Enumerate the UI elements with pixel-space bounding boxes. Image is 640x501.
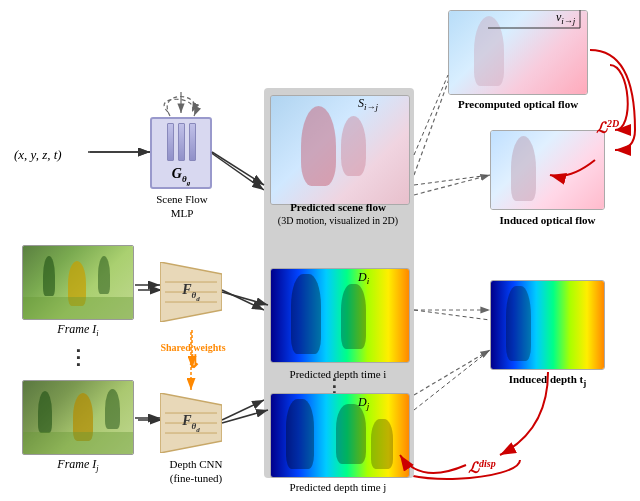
svg-line-29 xyxy=(414,310,490,320)
diagram-container: (x, y, z, t) Gθg Scene Flow MLP Si→j Pre… xyxy=(0,0,640,501)
frame-i-box xyxy=(22,245,134,320)
svg-line-27 xyxy=(414,75,448,155)
cnn-bot-box: Fθd xyxy=(160,393,222,453)
svg-line-9 xyxy=(222,400,264,420)
predicted-scene-flow-img xyxy=(270,95,410,205)
frame-ellipsis: ⋮ xyxy=(68,345,88,369)
scene-flow-mlp-label: Scene Flow MLP xyxy=(142,192,222,221)
svg-line-14 xyxy=(414,350,490,395)
svg-line-34 xyxy=(222,410,268,423)
svg-line-8 xyxy=(222,290,264,310)
cnn-top-box: Fθd xyxy=(160,262,222,322)
induced-depth-img xyxy=(490,280,605,370)
loss-disp-label: ℒdisp xyxy=(468,458,496,477)
predicted-scene-flow-label: Predicted scene flow (3D motion, visuali… xyxy=(264,200,412,227)
input-coords-label: (x, y, z, t) xyxy=(14,147,62,163)
shared-weights-label: Shared weights ⇓ xyxy=(148,342,238,371)
v-ij-label: vi→j xyxy=(556,10,575,26)
frame-j-label: Frame Ij xyxy=(22,457,134,473)
precomputed-optical-flow-label: Precomputed optical flow xyxy=(448,97,588,111)
svg-line-33 xyxy=(222,292,268,305)
svg-line-12 xyxy=(414,175,490,195)
g-theta-label: Gθg xyxy=(172,166,190,181)
d-i-label: Di xyxy=(358,270,369,286)
predicted-depth-j-label: Predicted depth time j xyxy=(264,480,412,494)
predicted-depth-i-img xyxy=(270,268,410,363)
scene-flow-mlp-box: Gθg xyxy=(150,117,212,189)
svg-line-36 xyxy=(212,152,264,185)
frame-j-box xyxy=(22,380,134,455)
induced-depth-label: Induced depth tj xyxy=(490,372,605,390)
predicted-depth-j-img xyxy=(270,393,410,478)
svg-line-5 xyxy=(210,152,264,190)
induced-optical-flow-label: Induced optical flow xyxy=(490,213,605,227)
svg-line-28 xyxy=(414,175,490,185)
frame-i-label: Frame Ii xyxy=(22,322,134,338)
svg-line-30 xyxy=(414,350,490,410)
induced-optical-flow-img xyxy=(490,130,605,210)
loss-2d-label: ℒ2D xyxy=(596,118,619,137)
depth-cnn-label: Depth CNN (fine-tuned) xyxy=(152,457,240,486)
d-j-label: Dj xyxy=(358,395,369,411)
s-ij-label: Si→j xyxy=(358,96,378,112)
